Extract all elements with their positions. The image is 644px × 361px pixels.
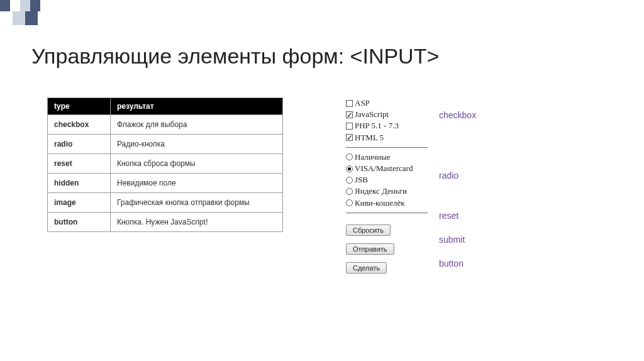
- table-row: radioРадио-кнопка: [48, 135, 283, 154]
- radio-qiwi[interactable]: Киви-кошелёк: [346, 197, 428, 209]
- corner-decoration: [0, 0, 50, 25]
- annotation-labels: checkbox radio reset submit button: [439, 97, 476, 269]
- table-row: hiddenНевидимое поле: [48, 174, 283, 193]
- checkbox-html5[interactable]: HTML 5: [346, 132, 428, 143]
- table-row: buttonКнопка. Нужен JavaScript!: [48, 213, 283, 232]
- submit-button[interactable]: Отправить: [346, 243, 394, 255]
- separator: [346, 213, 428, 213]
- generic-button[interactable]: Сделать: [346, 262, 387, 274]
- reset-button[interactable]: Сбросить: [346, 225, 391, 236]
- separator: [346, 147, 428, 148]
- radio-visa[interactable]: VISA/Mastercard: [346, 163, 428, 174]
- checkbox-group: ASP JavaScript PHP 5.1 - 7.3 HTML 5: [346, 97, 428, 143]
- label-submit: submit: [439, 235, 476, 245]
- label-button: button: [439, 258, 476, 269]
- table-row: checkboxФлажок для выбора: [48, 115, 283, 135]
- checkbox-javascript[interactable]: JavaScript: [346, 109, 428, 120]
- slide-title: Управляющие элементы форм: <INPUT>: [31, 44, 439, 69]
- label-reset: reset: [439, 211, 476, 221]
- th-type: type: [48, 98, 111, 115]
- radio-cash[interactable]: Наличные: [346, 152, 428, 163]
- types-table: type результат checkboxФлажок для выбора…: [47, 97, 283, 232]
- table-row: imageГрафическая кнопка отправки формы: [48, 193, 283, 213]
- form-demo: ASP JavaScript PHP 5.1 - 7.3 HTML 5 Нали…: [346, 97, 428, 274]
- radio-group: Наличные VISA/Mastercard JSB Яндекс День…: [346, 152, 428, 209]
- checkbox-asp[interactable]: ASP: [346, 97, 428, 109]
- label-checkbox: checkbox: [439, 110, 476, 120]
- th-result: результат: [111, 98, 283, 115]
- table-row: resetКнопка сброса формы: [48, 154, 283, 174]
- radio-jsb[interactable]: JSB: [346, 174, 428, 186]
- radio-yandex[interactable]: Яндекс Деньги: [346, 186, 428, 197]
- label-radio: radio: [439, 170, 476, 181]
- checkbox-php[interactable]: PHP 5.1 - 7.3: [346, 120, 428, 131]
- types-table-container: type результат checkboxФлажок для выбора…: [47, 97, 283, 274]
